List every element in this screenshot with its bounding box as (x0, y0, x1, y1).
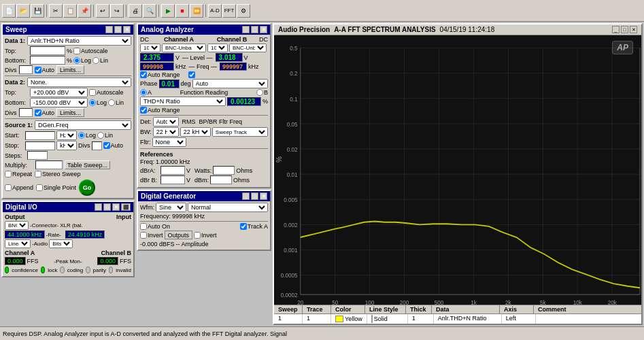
sweep-panel-titlebar[interactable]: Sweep _ □ ✕ (3, 24, 133, 35)
fltr-select[interactable]: None (152, 137, 186, 147)
stop-input[interactable]: 20.000 (25, 141, 55, 150)
dbra-input[interactable]: 4.466 (160, 166, 185, 175)
bw2-select[interactable]: 22 kHz (180, 127, 211, 137)
spectrum-close-btn[interactable]: ✕ (630, 26, 637, 33)
auto-range2-check[interactable] (188, 71, 195, 78)
input-a-range[interactable]: 100I (140, 44, 160, 52)
table-sweep-btn[interactable]: Table Sweep... (65, 160, 110, 169)
dio-titlebar[interactable]: Digital I/O _ □ ✕ ⬛ (3, 202, 133, 212)
output-connector-select[interactable]: BNC (5, 221, 29, 230)
sweep-maximize-btn[interactable]: □ (114, 26, 122, 33)
invert-check[interactable]: Invert (140, 232, 163, 239)
toolbar-btn-6[interactable]: ↪ (110, 4, 124, 18)
aa-titlebar[interactable]: Analog Analyzer _ □ ✕ (138, 24, 270, 35)
single-point-check[interactable]: Single Point (36, 184, 76, 191)
dg-titlebar[interactable]: Digital Generator _ □ ✕ (138, 191, 270, 201)
steps-input[interactable]: 30 (27, 151, 48, 160)
autoscale1-checkbox[interactable]: Autoscale (73, 48, 108, 54)
func-a-radio[interactable]: A (140, 89, 152, 96)
sweep-minimize-btn[interactable]: _ (105, 26, 113, 33)
track-a-check[interactable]: Track A (240, 223, 268, 230)
auto1-checkbox[interactable]: Auto (35, 67, 55, 73)
multiply-input[interactable]: 1.25893 (35, 160, 63, 169)
append-check[interactable]: Append (5, 184, 33, 191)
dio-minimize-btn[interactable]: _ (95, 203, 102, 211)
divs2-input[interactable]: 5 (19, 108, 33, 117)
spectrum-maximize-btn[interactable]: □ (621, 26, 628, 33)
toolbar-btn-8[interactable]: A-D (208, 4, 222, 18)
dio-expand-btn[interactable]: ⬛ (121, 203, 131, 211)
top2-select[interactable]: +20.000 dBV (30, 88, 88, 97)
dbm-input[interactable]: 600.0 (210, 175, 232, 184)
dg-maximize-btn[interactable]: □ (251, 192, 258, 200)
bw1-select[interactable]: 22 Hz (153, 127, 179, 137)
lin3-radio[interactable]: Lin (97, 132, 113, 139)
wfm-select[interactable]: Sine (156, 203, 186, 212)
log1-radio[interactable]: Log (73, 57, 91, 64)
aa-close-btn[interactable]: ✕ (260, 26, 267, 33)
limits2-btn[interactable]: Limits... (56, 108, 84, 117)
go-btn[interactable]: Go (79, 180, 95, 196)
toolbar-btn-print[interactable]: 🖨 (129, 4, 142, 18)
watts-input[interactable]: 8.000 (213, 166, 235, 175)
invert2-check[interactable]: Invert (194, 232, 217, 239)
dio-close-btn[interactable]: ✕ (112, 203, 120, 211)
func-b-radio[interactable]: B (256, 89, 268, 96)
outputs-btn[interactable]: Outputs (165, 231, 193, 239)
aa-maximize-btn[interactable]: □ (251, 26, 258, 33)
stop-unit[interactable]: kHz (56, 141, 77, 150)
dg-minimize-btn[interactable]: _ (242, 192, 250, 200)
bits-select[interactable]: Bits (49, 239, 73, 248)
auto3-check[interactable]: Auto (103, 142, 124, 149)
toolbar-btn-step[interactable]: ⏩ (190, 4, 203, 18)
table-row[interactable]: 1 1 Yellow Solid 1 Anlr.THD+N Ratio Left (274, 314, 641, 324)
toolbar-btn-stop[interactable]: ■ (175, 4, 189, 18)
linear-select[interactable]: Linear (5, 239, 31, 248)
bottom2-select[interactable]: -150.000 dBV (30, 98, 88, 107)
toolbar-btn-10[interactable]: ⚙ (237, 4, 250, 18)
top1-input[interactable]: 1.00000 (30, 46, 65, 55)
input-a-type[interactable]: BNC-Unba (162, 44, 206, 52)
stereo-sweep-check[interactable]: Stereo Sweep (35, 171, 81, 177)
bottom1-input[interactable]: 0.00010 (30, 56, 65, 65)
toolbar-btn-play[interactable]: ▶ (161, 4, 175, 18)
source1-select[interactable]: DGen.Freq (35, 120, 131, 130)
toolbar-btn-copy[interactable]: 📋 (63, 4, 77, 18)
toolbar-btn-paste[interactable]: 📌 (78, 4, 91, 18)
divs3-input[interactable]: 5 (92, 141, 102, 150)
input-b-type[interactable]: BNC-Unba (229, 44, 267, 52)
log3-radio[interactable]: Log (78, 132, 96, 139)
data1-select[interactable]: Anlr.THD+N Ratio (27, 36, 131, 46)
toolbar-btn-cut[interactable]: ✂ (49, 4, 63, 18)
limits1-btn[interactable]: Limits... (56, 65, 84, 74)
toolbar-btn-7[interactable]: 🔍 (143, 4, 156, 18)
phase-mode-select[interactable]: Auto (192, 79, 268, 88)
log2-radio[interactable]: Log (89, 99, 107, 106)
dio-maximize-btn[interactable]: □ (103, 203, 111, 211)
dg-close-btn[interactable]: ✕ (260, 192, 267, 200)
auto-range-check[interactable]: Auto Range (140, 71, 180, 78)
toolbar-btn-9[interactable]: FFT (222, 4, 236, 18)
sweep-close-btn[interactable]: ✕ (123, 26, 131, 33)
toolbar-btn-new[interactable]: 📄 (2, 4, 16, 18)
mode-select[interactable]: Normal (188, 203, 268, 212)
start-input[interactable]: 20.000 (25, 131, 55, 140)
sweep-track-select[interactable]: Sweep Track (212, 127, 268, 137)
dbrb-input[interactable]: 0.000 (160, 175, 185, 184)
auto2-check[interactable]: Auto (35, 109, 55, 116)
auto-range3-check[interactable]: Auto Range (140, 107, 268, 114)
input-b-range[interactable]: 100I (207, 44, 228, 52)
start-unit[interactable]: Hz (56, 131, 77, 140)
autoscale2-check[interactable]: Autoscale (89, 89, 124, 96)
data2-select[interactable]: None. (27, 78, 131, 87)
aa-minimize-btn[interactable]: _ (242, 26, 250, 33)
det-select[interactable]: Auto (153, 117, 179, 126)
toolbar-btn-5[interactable]: ↩ (96, 4, 109, 18)
auto-on-check[interactable]: Auto On (140, 223, 170, 230)
divs1-input[interactable]: 5 (19, 65, 33, 74)
lin1-radio[interactable]: Lin (92, 57, 108, 64)
spectrum-minimize-btn[interactable]: _ (612, 26, 620, 33)
thdn-select[interactable]: THD+N Ratio (140, 97, 226, 106)
toolbar-btn-save[interactable]: 💾 (31, 4, 44, 18)
lin2-radio[interactable]: Lin (108, 99, 124, 106)
